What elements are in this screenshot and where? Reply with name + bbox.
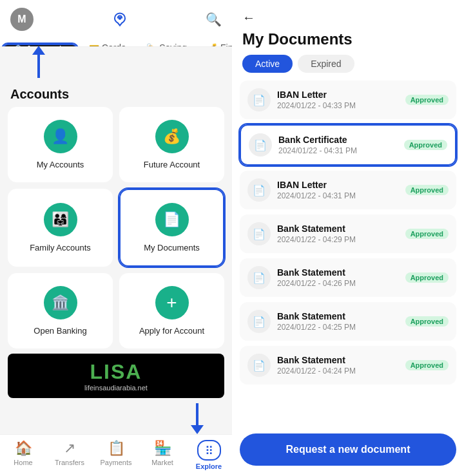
grid-future-account[interactable]: 💰 Future Account: [119, 107, 224, 182]
watermark-green: LISA: [90, 360, 142, 383]
arrow-annotation-up: [0, 46, 232, 78]
document-list: 📄 IBAN Letter 2024/01/22 - 04:33 PM Appr…: [232, 81, 464, 427]
doc-badge: Approved: [405, 360, 449, 370]
watermark-title: LISA: [90, 360, 142, 384]
doc-date: 2024/01/22 - 04:33 PM: [277, 101, 399, 110]
search-icon[interactable]: 🔍: [206, 12, 222, 27]
doc-info: Bank Certificate 2024/01/22 - 04:31 PM: [278, 135, 398, 155]
svg-point-0: [118, 17, 121, 20]
family-accounts-label: Family Accounts: [30, 243, 91, 252]
left-panel: M 🔍 🏦 Accounts 💳 Cards 🏷️ Saving 💰 Finan: [0, 0, 232, 476]
doc-item[interactable]: 📄 Bank Statement 2024/01/22 - 04:24 PM A…: [240, 346, 456, 385]
my-accounts-label: My Accounts: [37, 160, 84, 169]
grid-open-banking[interactable]: 🏛️ Open Banking: [8, 273, 113, 348]
nav-home[interactable]: 🏠 Home: [0, 440, 46, 470]
bottom-nav: 🏠 Home ↗ Transfers 📋 Payments 🏪 Market ⠿…: [0, 434, 232, 476]
my-documents-label: My Documents: [144, 243, 200, 252]
page-title-wrap: My Documents: [232, 30, 464, 55]
doc-info: IBAN Letter 2024/01/22 - 04:31 PM: [277, 180, 399, 200]
doc-info: Bank Statement 2024/01/22 - 04:24 PM: [277, 355, 399, 376]
right-header: ←: [232, 0, 464, 30]
doc-badge: Approved: [405, 95, 449, 105]
doc-date: 2024/01/22 - 04:25 PM: [277, 323, 399, 332]
doc-item[interactable]: 📄 Bank Statement 2024/01/22 - 04:29 PM A…: [240, 214, 456, 253]
doc-icon: 📄: [249, 133, 272, 157]
doc-badge: Approved: [405, 272, 449, 283]
doc-date: 2024/01/22 - 04:31 PM: [278, 146, 398, 155]
home-icon: 🏠: [15, 440, 32, 457]
doc-name: IBAN Letter: [277, 180, 399, 190]
left-header: M 🔍: [0, 0, 232, 39]
avatar[interactable]: M: [10, 8, 34, 31]
nav-market[interactable]: 🏪 Market: [139, 440, 186, 470]
filter-tabs: Active Expired: [232, 55, 464, 81]
my-documents-icon: 📄: [155, 203, 189, 236]
doc-item[interactable]: 📄 Bank Certificate 2024/01/22 - 04:31 PM…: [240, 124, 456, 166]
doc-date: 2024/01/22 - 04:26 PM: [277, 279, 399, 288]
doc-item[interactable]: 📄 IBAN Letter 2024/01/22 - 04:33 PM Appr…: [240, 81, 456, 119]
family-accounts-icon: 👨‍👩‍👧: [44, 203, 77, 236]
doc-date: 2024/01/22 - 04:31 PM: [277, 191, 399, 200]
doc-name: Bank Certificate: [278, 135, 398, 145]
doc-name: Bank Statement: [277, 311, 399, 321]
grid-family-accounts[interactable]: 👨‍👩‍👧 Family Accounts: [8, 189, 113, 267]
logo-icon: [110, 9, 130, 30]
grid-apply-account[interactable]: + Apply for Account: [119, 273, 224, 348]
doc-badge: Approved: [405, 316, 449, 327]
grid-my-accounts[interactable]: 👤 My Accounts: [8, 107, 113, 182]
doc-badge: Approved: [405, 185, 449, 195]
nav-payments[interactable]: 📋 Payments: [93, 440, 139, 470]
watermark: LISA lifeinsaudiarabia.net: [8, 354, 224, 398]
explore-icon: ⠿: [205, 444, 213, 457]
payments-icon: 📋: [108, 440, 125, 457]
doc-info: IBAN Letter 2024/01/22 - 04:33 PM: [277, 90, 399, 110]
open-banking-label: Open Banking: [34, 326, 86, 336]
future-account-label: Future Account: [144, 160, 200, 169]
apply-account-icon: +: [155, 286, 189, 319]
watermark-sub: lifeinsaudiarabia.net: [84, 384, 148, 392]
right-panel: ← My Documents Active Expired 📄 IBAN Let…: [232, 0, 464, 476]
doc-badge: Approved: [405, 229, 449, 239]
nav-transfers[interactable]: ↗ Transfers: [46, 440, 93, 470]
arrow-annotation-down: [0, 403, 232, 434]
doc-name: Bank Statement: [277, 224, 399, 234]
nav-explore[interactable]: ⠿ Explore: [186, 440, 232, 470]
explore-boxed: ⠿: [197, 440, 221, 461]
filter-active[interactable]: Active: [242, 55, 293, 73]
doc-item[interactable]: 📄 IBAN Letter 2024/01/22 - 04:31 PM Appr…: [240, 171, 456, 209]
doc-icon: 📄: [247, 310, 271, 333]
grid-my-documents[interactable]: 📄 My Documents: [119, 189, 224, 267]
doc-info: Bank Statement 2024/01/22 - 04:25 PM: [277, 311, 399, 332]
doc-icon: 📄: [247, 354, 271, 377]
transfers-icon: ↗: [64, 440, 75, 457]
doc-info: Bank Statement 2024/01/22 - 04:29 PM: [277, 224, 399, 244]
doc-date: 2024/01/22 - 04:29 PM: [277, 235, 399, 244]
doc-item[interactable]: 📄 Bank Statement 2024/01/22 - 04:26 PM A…: [240, 258, 456, 297]
doc-name: Bank Statement: [277, 355, 399, 365]
doc-info: Bank Statement 2024/01/22 - 04:26 PM: [277, 267, 399, 288]
my-accounts-icon: 👤: [44, 120, 77, 153]
doc-badge: Approved: [404, 140, 447, 150]
doc-name: Bank Statement: [277, 267, 399, 278]
request-new-document-button[interactable]: Request a new document: [240, 433, 456, 466]
future-account-icon: 💰: [155, 120, 189, 153]
doc-date: 2024/01/22 - 04:24 PM: [277, 367, 399, 376]
back-button[interactable]: ←: [242, 10, 255, 25]
doc-icon: 📄: [247, 88, 271, 111]
market-icon: 🏪: [154, 440, 171, 457]
section-title: Accounts: [0, 78, 232, 107]
doc-icon: 📄: [247, 266, 271, 289]
doc-item[interactable]: 📄 Bank Statement 2024/01/22 - 04:25 PM A…: [240, 302, 456, 341]
open-banking-icon: 🏛️: [44, 286, 77, 319]
doc-icon: 📄: [247, 222, 271, 245]
doc-name: IBAN Letter: [277, 90, 399, 100]
apply-account-label: Apply for Account: [139, 326, 204, 336]
doc-icon: 📄: [247, 178, 271, 202]
filter-expired[interactable]: Expired: [298, 55, 354, 73]
accounts-grid: 👤 My Accounts 💰 Future Account 👨‍👩‍👧 Fam…: [0, 107, 232, 348]
page-title: My Documents: [242, 30, 353, 48]
